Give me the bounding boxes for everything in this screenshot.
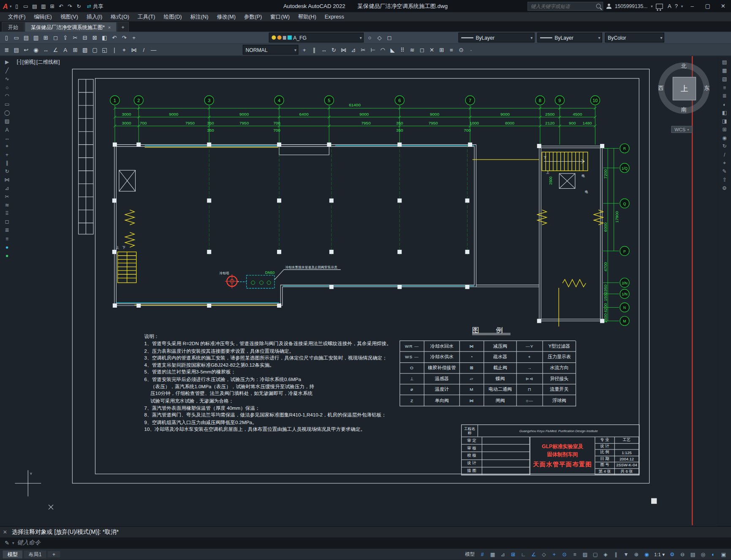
account-caret-icon[interactable]: ▾ (651, 4, 652, 8)
close-commandline-icon[interactable]: ✕ (3, 529, 7, 535)
snap-mode-icon[interactable]: ▦ (488, 550, 497, 558)
layout-tab[interactable]: 布局1 (24, 550, 46, 558)
command-customize-icon[interactable]: ✎ (5, 539, 9, 546)
close-tab-icon[interactable]: × (108, 24, 111, 30)
copy-icon[interactable]: ∥ (3, 160, 11, 167)
qnew-icon[interactable]: ▯ (2, 33, 11, 42)
layer-off-icon[interactable]: ○ (365, 33, 374, 42)
menu-item[interactable]: 文件(F) (4, 14, 30, 21)
menu-item[interactable]: 标注(N) (186, 14, 213, 21)
render-icon[interactable]: ◐ (720, 101, 729, 108)
user-icon[interactable] (606, 3, 611, 8)
palette-blue-icon[interactable]: ● (3, 243, 11, 251)
trim-icon[interactable]: ✂ (3, 193, 11, 200)
text-style-dropdown[interactable]: NORMAL (243, 45, 299, 54)
options-icon[interactable]: ⚙ (720, 185, 729, 192)
linetype-dropdown[interactable]: ByLayer (459, 32, 535, 42)
properties-icon[interactable]: ≡ (3, 235, 11, 242)
refresh-icon[interactable]: ↻ (75, 2, 83, 10)
open-icon[interactable]: ▭ (22, 2, 30, 10)
trim-icon[interactable]: ✂ (359, 45, 368, 54)
account-name[interactable]: 1505999135... (615, 3, 648, 9)
share-button[interactable]: ⇄共享 (87, 3, 103, 10)
menu-item[interactable]: Express (321, 14, 348, 19)
divide-icon[interactable]: ∣ (110, 45, 119, 54)
scale-icon[interactable]: ⊿ (3, 185, 11, 192)
tool-palettes-icon[interactable]: ▧ (720, 76, 729, 83)
infer-constraints-icon[interactable]: ⊿ (498, 550, 508, 558)
rotate-icon[interactable]: ↻ (3, 168, 11, 175)
model-space-icon[interactable]: 模型 (463, 550, 477, 558)
viewport-view-control[interactable]: [俯视] (22, 59, 35, 66)
plot-preview-icon[interactable]: ◻ (51, 33, 60, 42)
erase-icon[interactable]: ◻ (3, 218, 11, 225)
menu-item[interactable]: 视图(V) (56, 14, 82, 21)
text-icon[interactable]: A (3, 126, 11, 133)
orbit-icon[interactable]: ↻ (720, 143, 729, 150)
autocad-logo-icon[interactable]: A (3, 2, 8, 10)
undo-icon[interactable]: ↶ (57, 2, 65, 10)
isodraft-icon[interactable]: ◇ (539, 550, 549, 558)
markup-icon[interactable]: ✎ (720, 168, 729, 175)
redo-icon[interactable]: ↷ (120, 33, 129, 42)
copy-clip-icon[interactable]: ⊟ (80, 33, 90, 42)
layer-previous-icon[interactable]: ↩ (22, 45, 31, 54)
join-icon[interactable]: ⋈ (129, 45, 139, 54)
boundary-icon[interactable]: ▢ (90, 45, 99, 54)
grid-display-icon[interactable]: # (478, 550, 487, 558)
break-icon[interactable]: / (139, 45, 148, 54)
workspace-switching-icon[interactable]: ⚙ (668, 550, 677, 558)
single-text-icon[interactable]: A (61, 45, 70, 54)
selection-filtering-icon[interactable]: ▼ (622, 550, 631, 558)
views-icon[interactable]: ⊞ (720, 126, 729, 133)
menu-item[interactable]: 修改(M) (212, 14, 239, 21)
camera-icon[interactable]: ◉ (720, 134, 729, 141)
chamfer-icon[interactable]: ◣ (388, 45, 397, 54)
line-icon[interactable]: ╱ (3, 67, 11, 74)
viewport-visual-style-control[interactable]: [二维线框] (36, 59, 60, 66)
section-icon[interactable]: / (720, 151, 729, 158)
fillet-icon[interactable]: ◠ (378, 45, 387, 54)
model-tab[interactable]: 模型 (3, 550, 22, 558)
group-icon[interactable]: ⊞ (437, 45, 446, 54)
scale-icon[interactable]: ⊿ (349, 45, 358, 54)
annotation-scale-icon[interactable]: 1:1 ▾ (652, 550, 666, 558)
wcs-selector[interactable]: WCS▾ (671, 126, 693, 133)
menu-item[interactable]: 编辑(E) (30, 14, 56, 21)
offset-icon[interactable]: ≋ (408, 45, 417, 54)
align-icon[interactable]: ≡ (447, 45, 456, 54)
layer-freeze-icon[interactable]: ◇ (375, 33, 384, 42)
layer-dropdown[interactable]: A_FG (269, 32, 364, 42)
plotstyle-dropdown[interactable]: ByColor (605, 32, 664, 42)
dimension-icon[interactable]: ↔ (3, 134, 11, 141)
ortho-mode-icon[interactable]: ∟ (519, 550, 528, 558)
object-snap-icon[interactable]: ⊙ (560, 550, 569, 558)
maximize-button[interactable]: ▢ (701, 3, 714, 9)
layer-lock-icon[interactable]: ◻ (385, 33, 394, 42)
pan-icon[interactable]: + (129, 33, 139, 42)
viewcube-north-label[interactable]: 北 (681, 62, 687, 70)
rectangle-icon[interactable]: ▭ (3, 101, 11, 108)
measure-icon[interactable]: ⌖ (720, 160, 729, 167)
new-tab-button[interactable]: + (117, 22, 129, 32)
move-icon[interactable]: + (3, 151, 11, 158)
search-input[interactable] (530, 3, 596, 9)
array-icon[interactable]: ⠿ (3, 210, 11, 217)
close-button[interactable]: ✕ (717, 3, 729, 9)
point-style-icon[interactable]: · (466, 45, 476, 54)
plot-icon[interactable]: ⊞ (48, 2, 57, 10)
copy-icon[interactable]: ∥ (310, 45, 319, 54)
object-snap-tracking-icon[interactable]: + (549, 550, 559, 558)
clean-screen-icon[interactable]: ▣ (719, 550, 728, 558)
search-icon[interactable] (596, 4, 601, 8)
rotate-icon[interactable]: ↻ (329, 45, 338, 54)
menu-item[interactable]: 窗口(W) (266, 14, 294, 21)
annotation-monitor-icon[interactable]: ⊖ (678, 550, 687, 558)
viewcube[interactable]: 上 北 南 西 东 (655, 59, 713, 117)
match-properties-icon[interactable]: ◧ (100, 33, 109, 42)
publish-icon[interactable]: ⇪ (61, 33, 70, 42)
offset-icon[interactable]: ≋ (3, 202, 11, 209)
3d-object-snap-icon[interactable]: ◈ (601, 550, 610, 558)
hatch-tool-icon[interactable]: ▨ (80, 45, 90, 54)
stretch-icon[interactable]: ↔ (319, 45, 329, 54)
